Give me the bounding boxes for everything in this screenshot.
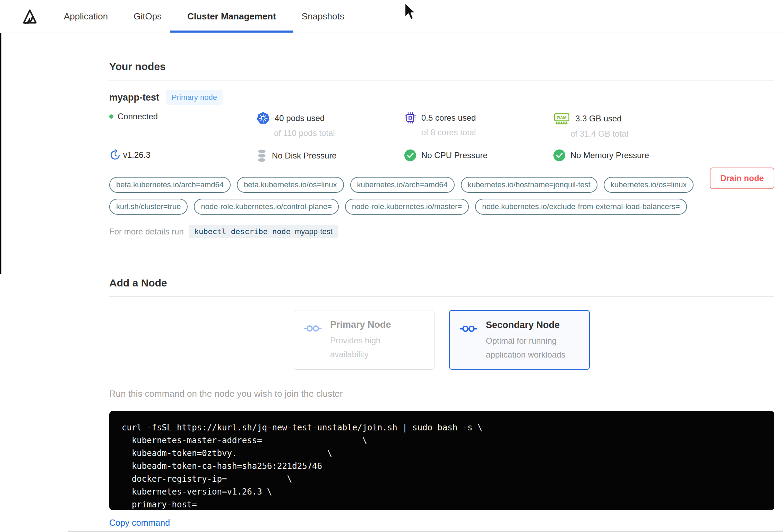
kubernetes-version: v1.26.3 [123, 150, 150, 160]
cores-used-value: 0.5 cores used [421, 113, 476, 123]
secondary-card-subtitle: Optimal for running application workload… [486, 334, 567, 362]
node-name: myapp-test [109, 92, 159, 103]
replicated-logo-icon [20, 0, 40, 33]
connected-status-icon [109, 114, 113, 119]
cores-total-value: of 8 cores total [421, 128, 553, 137]
memory-total-value: of 31.4 GB total [570, 129, 774, 139]
version-icon [109, 149, 121, 161]
join-command-block: curl -fsSL https://kurl.sh/jq-new-test-u… [109, 411, 774, 510]
node-label-pill: beta.kubernetes.io/os=linux [237, 177, 344, 193]
section-divider [109, 80, 774, 80]
tab-cluster-management[interactable]: Cluster Management [186, 0, 277, 33]
pods-total-value: of 110 pods total [274, 128, 404, 138]
your-nodes-title: Your nodes [109, 33, 774, 72]
copy-command-link[interactable]: Copy command [109, 518, 170, 528]
join-command-line: primary-host= [122, 498, 774, 510]
node-label-pill: node-role.kubernetes.io/control-plane= [194, 199, 338, 215]
check-icon [404, 149, 416, 162]
tab-gitops[interactable]: GitOps [132, 0, 163, 33]
cpu-icon [404, 112, 416, 124]
memory-used-value: 3.3 GB used [575, 114, 621, 123]
details-prefix: For more details run [109, 227, 184, 237]
secondary-card-title: Secondary Node [486, 320, 567, 331]
node-label-pill: kurl.sh/cluster=true [109, 199, 188, 215]
join-instruction: Run this command on the node you wish to… [109, 388, 774, 399]
disk-icon [257, 149, 267, 162]
mouse-cursor-icon [403, 2, 418, 24]
node-labels: beta.kubernetes.io/arch=amd64 beta.kuber… [109, 177, 695, 215]
check-icon [553, 149, 566, 162]
window-bottom-edge [68, 531, 783, 532]
join-command-line: kubeadm-token-ca-hash=sha256:221d25746 [122, 460, 774, 473]
tab-application[interactable]: Application [62, 0, 109, 33]
cpu-pressure-status: No CPU Pressure [421, 151, 488, 160]
section-divider [109, 297, 774, 297]
ram-icon: RAM [553, 112, 570, 126]
add-a-node-title: Add a Node [109, 238, 774, 289]
drain-node-button[interactable]: Drain node [710, 168, 774, 189]
node-label-pill: kubernetes.io/arch=amd64 [350, 177, 455, 193]
join-command-line: kubeadm-token=0ztbvy. \ [122, 447, 774, 460]
node-status: Connected [118, 112, 158, 121]
node-label-pill: kubernetes.io/os=linux [604, 177, 694, 193]
cluster-management-page: Application GitOps Cluster Management Sn… [0, 0, 783, 532]
describe-command-node-name: myapp-test [295, 227, 333, 236]
node-label-pill: kubernetes.io/hostname=jonquil-test [461, 177, 597, 193]
node-card: myapp-test Primary node Connected [109, 90, 774, 238]
top-nav: Application GitOps Cluster Management Sn… [0, 0, 783, 33]
window-left-edge [0, 0, 1, 274]
join-command-line: docker-registry-ip= \ [122, 473, 774, 486]
primary-node-badge: Primary node [166, 90, 223, 105]
join-command-line: curl -fsSL https://kurl.sh/jq-new-test-u… [122, 421, 774, 434]
tab-snapshots[interactable]: Snapshots [300, 0, 346, 33]
node-link-icon [459, 324, 477, 360]
join-command-line: kubernetes-version=v1.26.3 \ [122, 486, 774, 498]
pods-used-value: 40 pods used [275, 113, 325, 123]
node-label-pill: beta.kubernetes.io/arch=amd64 [109, 177, 231, 193]
describe-node-command: kubectl describe node myapp-test [189, 225, 338, 238]
memory-pressure-status: No Memory Pressure [570, 151, 649, 160]
nav-tabs: Application GitOps Cluster Management Sn… [62, 0, 369, 33]
node-label-pill: node-role.kubernetes.io/master= [345, 199, 469, 215]
secondary-node-card[interactable]: Secondary Node Optimal for running appli… [449, 310, 590, 370]
describe-command-text: kubectl describe node [194, 227, 291, 236]
primary-card-subtitle: Provides high availability [330, 334, 412, 361]
svg-text:RAM: RAM [557, 115, 566, 120]
join-command-line: kubernetes-master-address= \ [122, 434, 774, 447]
disk-pressure-status: No Disk Pressure [272, 151, 337, 161]
kubernetes-icon [257, 112, 270, 125]
primary-card-title: Primary Node [330, 319, 412, 330]
node-link-icon [304, 324, 322, 360]
node-label-pill: node.kubernetes.io/exclude-from-external… [475, 199, 687, 215]
primary-node-card[interactable]: Primary Node Provides high availability [294, 310, 434, 370]
